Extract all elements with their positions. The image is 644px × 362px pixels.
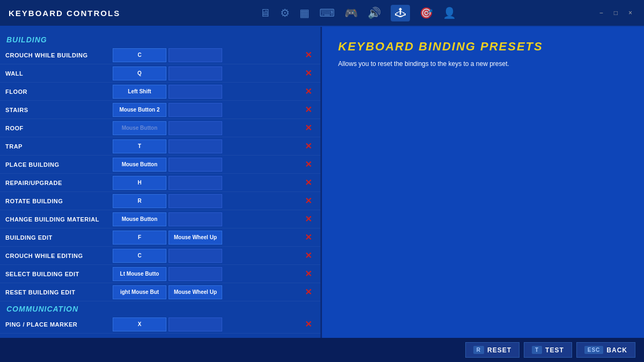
main-container: BUILDING CROUCH WHILE BUILDING C ✕ WALL … xyxy=(0,27,644,338)
binding-rotate-building: ROTATE BUILDING R ✕ xyxy=(0,192,320,210)
window-controls: − □ × xyxy=(596,8,635,18)
clear-button[interactable]: ✕ xyxy=(302,68,315,78)
test-button[interactable]: T TEST xyxy=(524,342,572,358)
binding-label: PLACE BUILDING xyxy=(5,161,113,168)
binding-keys: Lt Mouse Butto xyxy=(113,267,302,281)
key-secondary[interactable] xyxy=(169,67,222,80)
binding-label: ROTATE BUILDING xyxy=(5,198,113,204)
clear-button[interactable]: ✕ xyxy=(302,232,315,242)
controller-active-icon[interactable]: 🕹 xyxy=(391,5,410,21)
volume-icon[interactable]: 🔊 xyxy=(368,6,381,19)
clear-button[interactable]: ✕ xyxy=(302,105,315,115)
key-secondary[interactable] xyxy=(169,212,222,226)
binding-label: STAIRS xyxy=(5,107,113,113)
clear-button[interactable]: ✕ xyxy=(302,159,315,169)
key-secondary[interactable] xyxy=(169,121,222,135)
binding-label: FLOOR xyxy=(5,88,113,95)
key-primary[interactable]: C xyxy=(113,48,166,62)
keyboard-icon[interactable]: ⌨ xyxy=(319,6,335,19)
back-key: ESC xyxy=(584,346,604,354)
binding-keys: C xyxy=(113,249,302,263)
binding-select-building-edit: SELECT BUILDING EDIT Lt Mouse Butto ✕ xyxy=(0,265,320,283)
key-primary[interactable]: R xyxy=(113,194,166,208)
bottom-bar: R RESET T TEST ESC BACK xyxy=(0,338,644,362)
right-panel: KEYBOARD BINDING PRESETS Allows you to r… xyxy=(322,27,644,338)
binding-crouch-while-editing: CROUCH WHILE EDITING C ✕ xyxy=(0,247,320,265)
user-icon[interactable]: 👤 xyxy=(443,6,456,19)
key-secondary[interactable]: Mouse Wheel Up xyxy=(169,285,222,299)
minimize-btn[interactable]: − xyxy=(596,8,606,18)
section-building-header: BUILDING xyxy=(0,32,320,46)
clear-button[interactable]: ✕ xyxy=(302,123,315,133)
key-primary[interactable]: Q xyxy=(113,67,166,80)
clear-button[interactable]: ✕ xyxy=(302,141,315,151)
key-primary[interactable]: F xyxy=(113,231,166,245)
binding-change-material: CHANGE BUILDING MATERIAL Mouse Button ✕ xyxy=(0,210,320,228)
binding-keys: ight Mouse But Mouse Wheel Up xyxy=(113,285,302,299)
gear-icon[interactable]: ⚙ xyxy=(280,6,290,19)
binding-place-building: PLACE BUILDING Mouse Button ✕ xyxy=(0,156,320,174)
key-secondary[interactable] xyxy=(169,317,222,331)
clear-button[interactable]: ✕ xyxy=(302,250,315,261)
clear-button[interactable]: ✕ xyxy=(302,319,315,329)
binding-keys: F Mouse Wheel Up xyxy=(113,231,302,245)
binding-label: REPAIR/UPGRADE xyxy=(5,180,113,186)
binding-keys: C xyxy=(113,48,302,62)
key-secondary[interactable] xyxy=(169,194,222,208)
test-label: TEST xyxy=(545,346,564,354)
back-button[interactable]: ESC BACK xyxy=(576,342,635,358)
binding-label: SELECT BUILDING EDIT xyxy=(5,271,113,277)
key-secondary[interactable] xyxy=(169,249,222,263)
key-secondary[interactable] xyxy=(169,139,222,153)
maximize-btn[interactable]: □ xyxy=(611,8,621,18)
binding-label: CROUCH WHILE BUILDING xyxy=(5,52,113,58)
key-secondary[interactable] xyxy=(169,267,222,281)
key-secondary[interactable] xyxy=(169,85,222,99)
key-secondary[interactable] xyxy=(169,176,222,190)
binding-building-edit: BUILDING EDIT F Mouse Wheel Up ✕ xyxy=(0,228,320,247)
binding-label: TRAP xyxy=(5,143,113,150)
close-btn[interactable]: × xyxy=(625,8,635,18)
reset-button[interactable]: R RESET xyxy=(465,342,519,358)
key-primary[interactable]: ight Mouse But xyxy=(113,285,166,299)
clear-button[interactable]: ✕ xyxy=(302,214,315,224)
clear-button[interactable]: ✕ xyxy=(302,269,315,279)
clear-button[interactable]: ✕ xyxy=(302,50,315,60)
key-secondary[interactable] xyxy=(169,158,222,172)
reset-key: R xyxy=(473,346,484,354)
clear-button[interactable]: ✕ xyxy=(302,86,315,97)
key-primary[interactable]: H xyxy=(113,176,166,190)
left-panel: BUILDING CROUCH WHILE BUILDING C ✕ WALL … xyxy=(0,27,322,338)
key-primary[interactable]: X xyxy=(113,317,166,331)
key-primary[interactable]: Mouse Button xyxy=(113,158,166,172)
key-secondary[interactable] xyxy=(169,48,222,62)
clear-button[interactable]: ✕ xyxy=(302,287,315,297)
gamepad2-icon[interactable]: 🎯 xyxy=(420,6,433,19)
binding-stairs: STAIRS Mouse Button 2 ✕ xyxy=(0,101,320,119)
binding-keys: T xyxy=(113,139,302,153)
key-primary[interactable]: Lt Mouse Butto xyxy=(113,267,166,281)
key-primary[interactable]: T xyxy=(113,139,166,153)
test-key: T xyxy=(532,346,542,354)
clear-button[interactable]: ✕ xyxy=(302,178,315,188)
key-primary[interactable]: C xyxy=(113,249,166,263)
binding-keys: Mouse Button xyxy=(113,121,302,135)
key-secondary[interactable]: Mouse Wheel Up xyxy=(169,231,222,245)
binding-label: WALL xyxy=(5,70,113,77)
monitor-icon[interactable]: 🖥 xyxy=(260,7,270,19)
key-primary[interactable]: Mouse Button xyxy=(113,121,166,135)
binding-keys: Mouse Button xyxy=(113,158,302,172)
gamepad-face-icon[interactable]: 🎮 xyxy=(345,6,358,19)
binding-keys: H xyxy=(113,176,302,190)
key-primary[interactable]: Mouse Button 2 xyxy=(113,103,166,117)
key-primary[interactable]: Mouse Button xyxy=(113,212,166,226)
key-secondary[interactable] xyxy=(169,103,222,117)
layout-icon[interactable]: ▦ xyxy=(299,6,310,19)
binding-keys: Q xyxy=(113,67,302,80)
clear-button[interactable]: ✕ xyxy=(302,196,315,206)
reset-label: RESET xyxy=(487,346,511,354)
binding-label: PING / PLACE MARKER xyxy=(5,321,113,328)
binding-keys: R xyxy=(113,194,302,208)
binding-label: CROUCH WHILE EDITING xyxy=(5,253,113,259)
key-primary[interactable]: Left Shift xyxy=(113,85,166,99)
